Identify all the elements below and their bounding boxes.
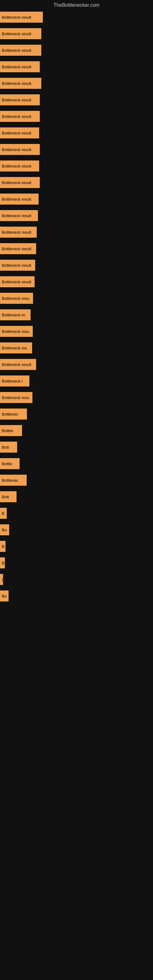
bottleneck-bar: Bottle (0, 458, 19, 469)
bar-row: Bottleneck resu (0, 290, 153, 306)
bottleneck-bar: Bottleneck result (0, 127, 39, 138)
bottleneck-bar: B (0, 541, 5, 552)
bar-row: Bott (0, 489, 153, 505)
bottleneck-bar: Bottleneck result (0, 227, 37, 238)
bar-row: Bottleneck resu (0, 323, 153, 339)
bar-label: Bottleneck r (2, 379, 23, 383)
bottleneck-bar: Bottleneck result (0, 161, 39, 172)
site-title: TheBottlenecker.com (0, 0, 153, 9)
bar-label: Bottleneck result (2, 180, 31, 185)
bar-row: Bottleneck result (0, 274, 153, 290)
bottleneck-bar: Bo (0, 524, 9, 535)
bottleneck-bar: Bottleneck resu (0, 293, 33, 304)
bar-label: Bottleneck re (2, 313, 25, 317)
bar-label: Bottleneck res (2, 346, 27, 350)
bar-row: Bottleneck result (0, 158, 153, 174)
bar-label: Bo (2, 594, 7, 598)
bar-row: Bottleneck result (0, 224, 153, 240)
bar-label: Bott (2, 495, 9, 499)
bar-row: Bottleneck result (0, 92, 153, 108)
bottleneck-bar: Bottleneck result (0, 61, 40, 72)
bar-label: B (2, 544, 5, 549)
bar-label: Bottleneck result (2, 213, 31, 218)
bottleneck-bar: Bottleneck result (0, 12, 43, 23)
bar-row: Bottleneck result (0, 59, 153, 75)
bar-label: Bottleneck result (2, 48, 31, 52)
bar-label: Bottleneck result (2, 280, 31, 284)
bar-label: B (2, 561, 5, 565)
bar-label: Bottleneck result (2, 131, 31, 135)
bottleneck-bar: Bott (0, 491, 16, 502)
bar-label: Bottleneck resu (2, 329, 29, 334)
bar-row: Bottle (0, 456, 153, 472)
bottleneck-bar: Bott (0, 442, 17, 453)
bottleneck-bar: Bottleneck result (0, 276, 35, 287)
bar-row: Bottleneck result (0, 26, 153, 41)
bottleneck-bar: Bottleneck result (0, 111, 40, 122)
bar-row: Bo (0, 522, 153, 538)
bar-row: Bottleneck res (0, 340, 153, 356)
bar-row: Bott (0, 439, 153, 455)
bottleneck-bar: Bottleneck re (0, 309, 30, 320)
bar-label: Bottler (2, 428, 13, 433)
bottleneck-bar: Bottler (0, 425, 22, 436)
bar-label: Bottleneck result (2, 362, 31, 367)
bar-label: Bottleneck result (2, 263, 31, 268)
bar-row: Bottleneck result (0, 9, 153, 25)
bottleneck-bar: Bottleneck resu (0, 326, 33, 337)
bar-label: B (2, 511, 5, 516)
bar-row: Bottleneck result (0, 175, 153, 191)
bar-label: Bottleneck result (2, 197, 31, 202)
bottleneck-bar: Bottleneck result (0, 243, 36, 254)
bottleneck-bar: Bottleneck result (0, 194, 38, 205)
bottleneck-bar: Bottleneck result (0, 78, 41, 89)
bar-label: | (2, 577, 3, 582)
bar-row: Bo (0, 588, 153, 604)
bottleneck-bar: Bottleneck result (0, 260, 35, 271)
bar-row: Bottleneck resu (0, 390, 153, 406)
bar-label: Bottleneck result (2, 98, 31, 102)
bar-row: B (0, 505, 153, 521)
bar-label: Bottleneck result (2, 114, 31, 119)
bar-row: Bottleneck result (0, 42, 153, 58)
bottleneck-bar: Bo (0, 590, 9, 601)
bar-label: Bottleneck result (2, 230, 31, 235)
bottleneck-bar: Bottleneck result (0, 144, 40, 155)
bottleneck-bar: Bottleneck res (0, 342, 32, 353)
bar-row: Bottlenec (0, 406, 153, 422)
bar-label: Bottleneck resu (2, 395, 29, 400)
bar-row: Bottleneck result (0, 75, 153, 91)
bar-label: Bottleneck result (2, 247, 31, 251)
bar-label: Bottleneck result (2, 15, 31, 20)
bottleneck-bar: Bottleneck result (0, 45, 41, 56)
bar-row: Bottleneck result (0, 208, 153, 224)
bar-label: Bottleneck result (2, 147, 31, 152)
bar-row: Bottler (0, 423, 153, 439)
bar-label: Bottleneck result (2, 32, 31, 36)
bottleneck-bar: Bottlenec (0, 409, 27, 420)
bar-row: Bottleneck result (0, 257, 153, 273)
bottleneck-bar: Bottleneck r (0, 375, 29, 387)
bar-row: Bottleneck re (0, 307, 153, 323)
bar-row: Bottleneck result (0, 241, 153, 257)
bar-row: Bottleneck result (0, 142, 153, 158)
bar-row: B (0, 555, 153, 571)
bar-label: Bott (2, 445, 9, 450)
bar-row: Bottleneck result (0, 125, 153, 141)
bar-label: Bottleneck result (2, 65, 31, 69)
bottleneck-bar: Bottleneck result (0, 28, 41, 39)
bar-label: Bottle (2, 461, 12, 466)
bars-container: Bottleneck resultBottleneck resultBottle… (0, 9, 153, 604)
bar-row: Bottleneck result (0, 356, 153, 372)
bottleneck-bar: Bottleneck resu (0, 392, 32, 403)
bottleneck-bar: Bottlenec (0, 475, 27, 486)
bar-label: Bottleneck result (2, 81, 31, 86)
bottleneck-bar: Bottleneck result (0, 210, 38, 221)
bar-row: Bottlenec (0, 472, 153, 488)
bar-row: | (0, 571, 153, 587)
bar-label: Bottlenec (2, 478, 18, 483)
bar-row: B (0, 538, 153, 554)
bottleneck-bar: Bottleneck result (0, 359, 36, 370)
bar-row: Bottleneck r (0, 373, 153, 389)
bar-label: Bottleneck resu (2, 296, 29, 301)
